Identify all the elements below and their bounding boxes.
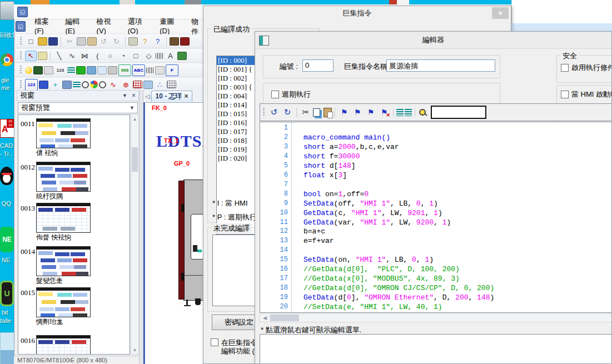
bookmark-next-icon[interactable]: ⚑ bbox=[351, 107, 364, 118]
redo-icon[interactable]: ↻ bbox=[281, 107, 293, 118]
arc-tool-icon[interactable]: ( bbox=[92, 51, 103, 61]
new-file-icon[interactable]: □ bbox=[25, 36, 37, 47]
code-line-17[interactable]: 17//GetData(x[0], "MODBUS", 4x, 89, 3) bbox=[260, 275, 612, 284]
polyline-tool-icon[interactable]: ⋈ bbox=[79, 51, 91, 61]
window-preview-combo[interactable]: 視窗預覽 ▼ bbox=[18, 102, 138, 113]
canvas-big-text[interactable]: LDTS2 bbox=[156, 132, 203, 151]
window-thumbnail-0013[interactable]: 0013佝督 怏袨恦 bbox=[18, 203, 130, 245]
cut-icon[interactable]: ✂ bbox=[300, 107, 312, 118]
undo-icon[interactable]: ↺ bbox=[268, 107, 280, 118]
tab-scroll-left-icon[interactable]: ◁ bbox=[145, 93, 150, 100]
hscroll-thumb[interactable] bbox=[270, 315, 299, 321]
code-line-11[interactable]: 11GetData(var, "HMI 1", LW, 9200, 1) bbox=[260, 218, 612, 228]
window-thumbnail-0016[interactable]: 0016 bbox=[18, 335, 130, 355]
set-bit-icon[interactable] bbox=[44, 66, 53, 74]
pie-tool-icon[interactable]: ◔ bbox=[117, 51, 129, 61]
code-line-19[interactable]: 19GetData(d[0], "OMRON Ethernet", D, 200… bbox=[260, 293, 612, 303]
text-tool-icon[interactable]: A bbox=[165, 51, 176, 61]
chrome-icon[interactable] bbox=[1, 53, 13, 66]
menu-item-4[interactable]: 畫圖(D) bbox=[160, 17, 182, 37]
sidebar-scrollbar[interactable]: ▲ ▼ bbox=[131, 114, 139, 355]
window-thumbnail-0011[interactable]: 0011儂 袨恦 bbox=[18, 118, 130, 161]
code-line-14[interactable]: 14 bbox=[260, 246, 612, 256]
fkey-object-icon[interactable]: F bbox=[166, 64, 178, 76]
outdent-icon[interactable] bbox=[405, 109, 412, 116]
toolbar-grip[interactable] bbox=[20, 37, 22, 46]
touch-object-icon[interactable] bbox=[87, 66, 96, 74]
uncompiled-list[interactable] bbox=[212, 235, 261, 306]
target-icon[interactable]: ⊕ bbox=[120, 79, 132, 90]
picture-file-icon[interactable] bbox=[0, 332, 15, 364]
ubit-icon[interactable]: U bbox=[0, 281, 14, 306]
picture-tool-icon[interactable] bbox=[177, 52, 187, 60]
code-line-21[interactable]: 21SetData(d[0], "HMI 1", LW, 1, 148) bbox=[260, 312, 612, 313]
cut-icon[interactable]: ✂ bbox=[64, 36, 76, 47]
redo-icon[interactable]: ↻ bbox=[111, 36, 122, 47]
trend-display-icon[interactable]: ∿ bbox=[107, 79, 119, 90]
tab-close-icon[interactable]: × bbox=[184, 92, 188, 100]
open-folder-icon[interactable] bbox=[38, 37, 47, 46]
menu-item-1[interactable]: 編輯(E) bbox=[65, 17, 87, 37]
table-object-icon[interactable] bbox=[133, 81, 142, 88]
code-line-9[interactable]: 9SetData(off, "HMI 1", LB, 0, 1) bbox=[260, 200, 612, 209]
scale-tool-icon[interactable] bbox=[156, 53, 163, 59]
pie-chart-icon[interactable] bbox=[90, 81, 98, 88]
toolbar-grip[interactable] bbox=[263, 108, 265, 117]
copy-icon[interactable] bbox=[313, 108, 320, 117]
bookmark-toggle-icon[interactable]: ⚑ bbox=[338, 107, 350, 118]
design-canvas[interactable]: FK_0 LDTS2 TX_1 GP_0 bbox=[143, 102, 203, 364]
select-arrow-icon[interactable]: ↖ bbox=[25, 51, 37, 61]
bookmark-clear-icon[interactable]: ⚑ bbox=[378, 107, 390, 118]
code-hscrollbar[interactable]: ◀ bbox=[260, 313, 612, 322]
window-preview-image[interactable] bbox=[36, 162, 91, 192]
meter-display-icon[interactable] bbox=[82, 81, 89, 88]
window-preview-image[interactable] bbox=[36, 246, 91, 276]
move-shape-icon[interactable]: + bbox=[49, 79, 61, 90]
panel-splitter[interactable] bbox=[139, 90, 143, 364]
rectangle-tool-icon[interactable]: □ bbox=[130, 51, 142, 61]
exec-condition-checkbox[interactable] bbox=[561, 64, 569, 72]
paste-icon[interactable] bbox=[324, 108, 332, 117]
recycle-bin-icon[interactable] bbox=[0, 1, 14, 20]
macro-id-item-0[interactable]: [ID : 000] bbox=[217, 56, 257, 65]
data-grid-icon[interactable] bbox=[167, 81, 176, 88]
code-line-10[interactable]: 10GetData(c, "HMI 1", LW, 9201, 1) bbox=[260, 209, 612, 218]
code-line-15[interactable]: 15SetData(on, "HMI 1", LB, 0, 1) bbox=[260, 256, 612, 265]
canvas-tx-label[interactable]: TX_1 bbox=[164, 137, 178, 144]
bar-graph-icon[interactable] bbox=[73, 82, 81, 88]
machine-image[interactable] bbox=[178, 179, 203, 302]
indent-icon[interactable] bbox=[396, 109, 404, 116]
menu-item-3[interactable]: 選項(O) bbox=[128, 17, 151, 37]
layers-icon[interactable] bbox=[67, 67, 75, 73]
graphic-view-icon[interactable] bbox=[143, 81, 153, 89]
window-preview-image[interactable] bbox=[36, 118, 91, 148]
macro-library-checkbox[interactable] bbox=[211, 338, 218, 346]
note-object-icon[interactable] bbox=[97, 66, 107, 74]
barcode-object-icon[interactable] bbox=[146, 67, 154, 73]
code-line-6[interactable]: 6float x[3] bbox=[260, 171, 612, 181]
code-line-5[interactable]: 5short d[148] bbox=[260, 162, 612, 171]
word-lamp-icon[interactable] bbox=[33, 66, 43, 74]
key-object-icon[interactable] bbox=[108, 66, 117, 74]
app-menu-icon[interactable]: ◱ bbox=[16, 21, 26, 32]
code-line-20[interactable]: 20//SetData(e, "HMI 1", LW, 40, 1) bbox=[260, 303, 612, 312]
polygon-tool-icon[interactable]: ◇ bbox=[143, 51, 155, 61]
menu-item-2[interactable]: 檢視(V) bbox=[97, 17, 119, 37]
context-help-icon[interactable]: ? bbox=[152, 36, 163, 47]
print-icon[interactable] bbox=[128, 37, 138, 46]
word-display-icon[interactable]: 123 bbox=[25, 79, 38, 91]
window-thumbnail-0012[interactable]: 0012統杅扠隅 bbox=[18, 162, 130, 204]
bit-display-icon[interactable] bbox=[39, 81, 48, 89]
hmi-start-checkbox[interactable] bbox=[561, 91, 569, 98]
pen-icon[interactable] bbox=[180, 37, 190, 46]
window-preview-image[interactable] bbox=[36, 287, 91, 317]
window-preview-image[interactable] bbox=[36, 203, 91, 233]
toolbar-grip[interactable] bbox=[20, 66, 22, 74]
canvas-gp-label[interactable]: GP_0 bbox=[174, 160, 190, 167]
code-line-13[interactable]: 13e=f+var bbox=[260, 237, 612, 246]
toolbar-grip[interactable] bbox=[20, 51, 22, 60]
code-line-8[interactable]: 8bool on=1,off=0 bbox=[260, 190, 612, 200]
clock-icon[interactable] bbox=[99, 81, 106, 88]
macro-search-input[interactable] bbox=[431, 106, 486, 119]
freehand-tool-icon[interactable]: ∿ bbox=[66, 51, 78, 61]
